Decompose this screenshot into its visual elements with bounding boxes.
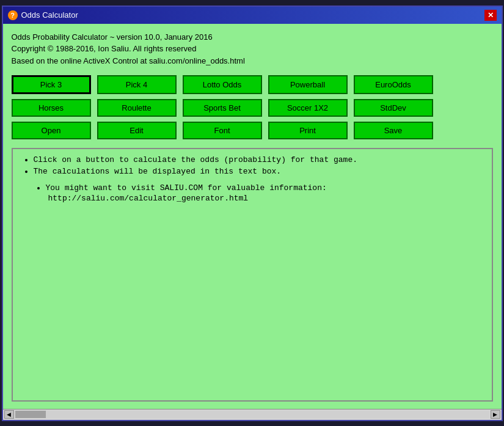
pick3-button[interactable]: Pick 3 xyxy=(12,75,91,94)
open-button[interactable]: Open xyxy=(12,122,91,139)
title-bar: ? Odds Calculator ✕ xyxy=(3,7,502,24)
header-line3: Based on the online ActiveX Control at s… xyxy=(12,55,493,67)
horses-button[interactable]: Horses xyxy=(12,99,91,117)
stddev-button[interactable]: StdDev xyxy=(354,99,433,117)
button-row-3: Open Edit Font Print Save xyxy=(12,122,493,139)
scroll-track[interactable] xyxy=(15,411,489,418)
save-button[interactable]: Save xyxy=(354,122,433,139)
button-row-2: Horses Roulette Sports Bet Soccer 1X2 St… xyxy=(12,99,493,117)
print-button[interactable]: Print xyxy=(268,122,348,139)
output-url: http://saliu.com/calculator_generator.ht… xyxy=(46,194,483,203)
lotto-odds-button[interactable]: Lotto Odds xyxy=(183,75,262,94)
output-textbox[interactable]: Click on a button to calculate the odds … xyxy=(12,148,493,402)
button-row-1: Pick 3 Pick 4 Lotto Odds Powerball EuroO… xyxy=(12,75,493,94)
button-rows: Pick 3 Pick 4 Lotto Odds Powerball EuroO… xyxy=(12,75,493,139)
close-button[interactable]: ✕ xyxy=(484,10,497,21)
powerball-button[interactable]: Powerball xyxy=(268,75,348,94)
header-text: Odds Probability Calculator ~ version 10… xyxy=(12,31,493,67)
output-item-1: Click on a button to calculate the odds … xyxy=(34,155,483,164)
window-title: Odds Calculator xyxy=(21,10,78,20)
header-line1: Odds Probability Calculator ~ version 10… xyxy=(12,31,493,43)
content-area: Odds Probability Calculator ~ version 10… xyxy=(3,24,502,409)
output-item-3: You might want to visit SALIU.COM for va… xyxy=(46,183,483,193)
roulette-button[interactable]: Roulette xyxy=(97,99,177,117)
horizontal-scrollbar: ◀ ▶ xyxy=(3,409,502,420)
output-extra: You might want to visit SALIU.COM for va… xyxy=(34,183,483,203)
main-window: ? Odds Calculator ✕ Odds Probability Cal… xyxy=(2,6,503,421)
output-list: Click on a button to calculate the odds … xyxy=(21,155,483,176)
output-item-2: The calculations will be displayed in th… xyxy=(34,167,483,176)
scroll-thumb xyxy=(15,411,46,418)
sports-bet-button[interactable]: Sports Bet xyxy=(183,99,262,117)
euroodds-button[interactable]: EuroOdds xyxy=(354,75,433,94)
title-bar-left: ? Odds Calculator xyxy=(8,10,78,20)
soccer-button[interactable]: Soccer 1X2 xyxy=(268,99,348,117)
font-button[interactable]: Font xyxy=(183,122,262,139)
pick4-button[interactable]: Pick 4 xyxy=(97,75,177,94)
edit-button[interactable]: Edit xyxy=(97,122,177,139)
header-line2: Copyright © 1988-2016, Ion Saliu. All ri… xyxy=(12,43,493,55)
scroll-right-button[interactable]: ▶ xyxy=(491,410,500,419)
app-icon: ? xyxy=(8,10,18,20)
scroll-left-button[interactable]: ◀ xyxy=(4,410,14,419)
